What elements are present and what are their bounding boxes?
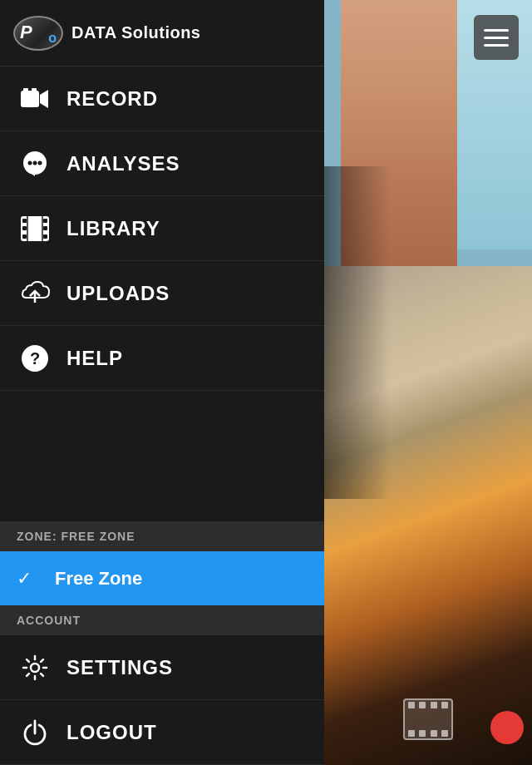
zone-section-header: ZONE: Free Zone bbox=[0, 521, 324, 551]
settings-label: SETTINGS bbox=[66, 656, 173, 679]
sidebar-item-logout[interactable]: LOGOUT bbox=[0, 700, 324, 765]
sidebar: DATA Solutions RECORD bbox=[0, 0, 324, 765]
film-strip-button[interactable] bbox=[403, 698, 453, 740]
sidebar-item-settings[interactable]: SETTINGS bbox=[0, 635, 324, 700]
svg-rect-0 bbox=[21, 91, 39, 107]
sidebar-item-help[interactable]: ? HELP bbox=[0, 326, 324, 391]
svg-rect-2 bbox=[23, 88, 28, 92]
checkmark-icon: ✓ bbox=[17, 568, 42, 590]
right-panel bbox=[324, 0, 532, 765]
svg-rect-15 bbox=[43, 226, 47, 230]
account-section-label: ACCOUNT bbox=[17, 614, 81, 627]
logo-text: DATA Solutions bbox=[71, 23, 201, 42]
gear-icon bbox=[17, 649, 53, 686]
film-perf bbox=[419, 730, 426, 737]
analyses-label: ANALYSES bbox=[66, 152, 180, 175]
hamburger-line-1 bbox=[484, 29, 509, 32]
chat-bubble-icon bbox=[17, 146, 53, 182]
cloud-upload-icon bbox=[17, 275, 53, 312]
logo-container: DATA Solutions bbox=[13, 16, 201, 51]
film-perfs-top bbox=[405, 700, 451, 710]
record-label: RECORD bbox=[66, 87, 158, 111]
svg-marker-1 bbox=[40, 90, 48, 108]
film-perfs-bottom bbox=[405, 728, 451, 738]
svg-text:?: ? bbox=[30, 349, 40, 368]
logout-label: LOGOUT bbox=[66, 721, 157, 744]
video-camera-icon bbox=[17, 81, 53, 117]
svg-rect-3 bbox=[32, 88, 37, 92]
film-perf bbox=[408, 702, 415, 708]
film-perf bbox=[441, 702, 448, 708]
sidebar-item-library[interactable]: LIBRARY bbox=[0, 196, 324, 261]
svg-point-7 bbox=[38, 160, 42, 165]
film-perf bbox=[419, 702, 426, 708]
film-perf bbox=[441, 730, 448, 737]
svg-rect-16 bbox=[43, 234, 47, 239]
zone-label: Free Zone bbox=[55, 568, 142, 590]
help-label: HELP bbox=[66, 347, 123, 370]
svg-rect-14 bbox=[43, 219, 47, 223]
library-label: LIBRARY bbox=[66, 217, 160, 240]
hamburger-button[interactable] bbox=[474, 15, 519, 60]
logo-icon bbox=[13, 16, 63, 51]
svg-rect-13 bbox=[22, 234, 27, 239]
zone-section-label: ZONE: Free Zone bbox=[17, 530, 135, 543]
film-strip-icon bbox=[17, 210, 53, 247]
svg-rect-11 bbox=[22, 219, 27, 223]
brand-name: DATA Solutions bbox=[71, 23, 201, 42]
svg-point-6 bbox=[33, 160, 37, 165]
hamburger-line-3 bbox=[484, 44, 509, 47]
zone-free-zone[interactable]: ✓ Free Zone bbox=[0, 551, 324, 605]
film-perf bbox=[431, 702, 437, 708]
sidebar-item-analyses[interactable]: ANALYSES bbox=[0, 131, 324, 196]
account-section-header: ACCOUNT bbox=[0, 605, 324, 635]
svg-rect-12 bbox=[22, 226, 27, 230]
film-perf bbox=[431, 730, 437, 737]
power-icon bbox=[17, 714, 53, 751]
svg-point-22 bbox=[31, 664, 39, 672]
photo-background bbox=[324, 0, 532, 765]
film-perf bbox=[408, 730, 415, 737]
question-circle-icon: ? bbox=[17, 340, 53, 377]
sidebar-item-record[interactable]: RECORD bbox=[0, 67, 324, 131]
hamburger-line-2 bbox=[484, 37, 509, 39]
record-button[interactable] bbox=[490, 711, 524, 744]
sidebar-item-uploads[interactable]: UPLOADS bbox=[0, 261, 324, 326]
shadow-left bbox=[324, 166, 391, 499]
uploads-label: UPLOADS bbox=[66, 282, 170, 305]
svg-point-5 bbox=[28, 160, 32, 165]
nav-list: RECORD ANALYSES bbox=[0, 67, 324, 521]
sidebar-header: DATA Solutions bbox=[0, 0, 324, 67]
